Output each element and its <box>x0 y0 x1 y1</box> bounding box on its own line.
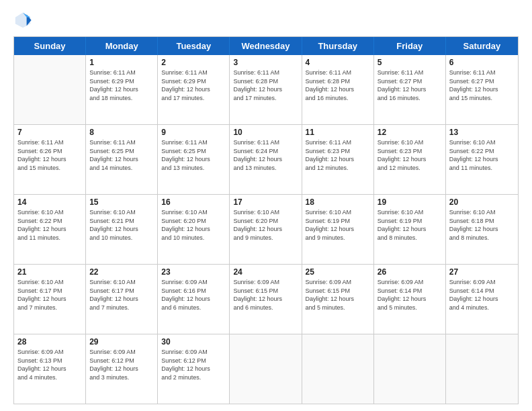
day-number: 20 <box>449 197 515 207</box>
day-cell: 12Sunrise: 6:10 AM Sunset: 6:23 PM Dayli… <box>374 125 446 194</box>
day-cell: 26Sunrise: 6:09 AM Sunset: 6:14 PM Dayli… <box>374 265 446 334</box>
day-info: Sunrise: 6:09 AM Sunset: 6:16 PM Dayligh… <box>161 278 226 312</box>
day-info: Sunrise: 6:09 AM Sunset: 6:12 PM Dayligh… <box>161 348 226 381</box>
day-number: 3 <box>233 58 298 67</box>
day-info: Sunrise: 6:11 AM Sunset: 6:27 PM Dayligh… <box>449 68 515 102</box>
day-number: 12 <box>378 128 442 137</box>
header-day-friday: Friday <box>374 37 446 55</box>
day-info: Sunrise: 6:09 AM Sunset: 6:15 PM Dayligh… <box>306 278 370 312</box>
day-cell: 14Sunrise: 6:10 AM Sunset: 6:22 PM Dayli… <box>14 195 86 264</box>
week-row-2: 7Sunrise: 6:11 AM Sunset: 6:26 PM Daylig… <box>14 124 518 194</box>
day-number: 21 <box>17 267 82 277</box>
day-info: Sunrise: 6:10 AM Sunset: 6:22 PM Dayligh… <box>17 208 82 242</box>
day-number: 25 <box>306 267 370 277</box>
day-number: 11 <box>306 128 370 137</box>
day-cell: 22Sunrise: 6:10 AM Sunset: 6:17 PM Dayli… <box>86 265 158 334</box>
day-info: Sunrise: 6:11 AM Sunset: 6:29 PM Dayligh… <box>161 68 226 102</box>
header-day-sunday: Sunday <box>14 37 86 55</box>
week-row-5: 28Sunrise: 6:09 AM Sunset: 6:13 PM Dayli… <box>14 334 518 404</box>
day-cell <box>446 334 518 404</box>
day-cell: 23Sunrise: 6:09 AM Sunset: 6:16 PM Dayli… <box>158 265 230 334</box>
day-info: Sunrise: 6:11 AM Sunset: 6:25 PM Dayligh… <box>161 138 226 172</box>
day-number: 18 <box>306 197 370 207</box>
day-number: 26 <box>378 267 442 277</box>
day-cell: 5Sunrise: 6:11 AM Sunset: 6:27 PM Daylig… <box>374 55 446 124</box>
calendar-header: SundayMondayTuesdayWednesdayThursdayFrid… <box>14 37 518 55</box>
day-number: 29 <box>89 337 154 347</box>
day-info: Sunrise: 6:10 AM Sunset: 6:17 PM Dayligh… <box>17 278 82 312</box>
day-cell: 8Sunrise: 6:11 AM Sunset: 6:25 PM Daylig… <box>86 125 158 194</box>
day-info: Sunrise: 6:09 AM Sunset: 6:12 PM Dayligh… <box>89 348 154 381</box>
day-cell: 18Sunrise: 6:10 AM Sunset: 6:19 PM Dayli… <box>302 195 374 264</box>
day-info: Sunrise: 6:11 AM Sunset: 6:28 PM Dayligh… <box>233 68 298 102</box>
header-day-tuesday: Tuesday <box>158 37 230 55</box>
page: SundayMondayTuesdayWednesdayThursdayFrid… <box>0 0 532 411</box>
day-number: 4 <box>306 58 370 67</box>
day-cell: 2Sunrise: 6:11 AM Sunset: 6:29 PM Daylig… <box>158 55 230 124</box>
day-cell: 6Sunrise: 6:11 AM Sunset: 6:27 PM Daylig… <box>446 55 518 124</box>
header-day-saturday: Saturday <box>446 37 518 55</box>
day-cell: 16Sunrise: 6:10 AM Sunset: 6:20 PM Dayli… <box>158 195 230 264</box>
day-cell: 24Sunrise: 6:09 AM Sunset: 6:15 PM Dayli… <box>230 265 302 334</box>
day-number: 15 <box>89 197 154 207</box>
day-number: 14 <box>17 197 82 207</box>
day-number: 27 <box>449 267 515 277</box>
week-row-4: 21Sunrise: 6:10 AM Sunset: 6:17 PM Dayli… <box>14 264 518 334</box>
day-cell <box>14 55 86 124</box>
day-cell: 11Sunrise: 6:11 AM Sunset: 6:23 PM Dayli… <box>302 125 374 194</box>
day-cell: 20Sunrise: 6:10 AM Sunset: 6:18 PM Dayli… <box>446 195 518 264</box>
day-cell: 4Sunrise: 6:11 AM Sunset: 6:28 PM Daylig… <box>302 55 374 124</box>
day-cell: 3Sunrise: 6:11 AM Sunset: 6:28 PM Daylig… <box>230 55 302 124</box>
day-info: Sunrise: 6:11 AM Sunset: 6:28 PM Dayligh… <box>306 68 370 102</box>
day-cell: 21Sunrise: 6:10 AM Sunset: 6:17 PM Dayli… <box>14 265 86 334</box>
day-info: Sunrise: 6:10 AM Sunset: 6:20 PM Dayligh… <box>233 208 298 242</box>
day-cell <box>230 334 302 404</box>
day-number: 2 <box>161 58 226 67</box>
day-cell: 13Sunrise: 6:10 AM Sunset: 6:22 PM Dayli… <box>446 125 518 194</box>
calendar: SundayMondayTuesdayWednesdayThursdayFrid… <box>13 36 519 404</box>
day-cell: 27Sunrise: 6:09 AM Sunset: 6:14 PM Dayli… <box>446 265 518 334</box>
day-cell <box>302 334 374 404</box>
header-day-monday: Monday <box>86 37 158 55</box>
day-number: 22 <box>89 267 154 277</box>
day-info: Sunrise: 6:10 AM Sunset: 6:23 PM Dayligh… <box>378 138 442 172</box>
day-cell: 25Sunrise: 6:09 AM Sunset: 6:15 PM Dayli… <box>302 265 374 334</box>
day-number: 19 <box>378 197 442 207</box>
header-day-wednesday: Wednesday <box>230 37 302 55</box>
day-cell: 19Sunrise: 6:10 AM Sunset: 6:19 PM Dayli… <box>374 195 446 264</box>
day-cell: 28Sunrise: 6:09 AM Sunset: 6:13 PM Dayli… <box>14 334 86 404</box>
day-info: Sunrise: 6:10 AM Sunset: 6:19 PM Dayligh… <box>378 208 442 242</box>
day-info: Sunrise: 6:11 AM Sunset: 6:23 PM Dayligh… <box>306 138 370 172</box>
day-info: Sunrise: 6:09 AM Sunset: 6:14 PM Dayligh… <box>378 278 442 312</box>
day-info: Sunrise: 6:11 AM Sunset: 6:27 PM Dayligh… <box>378 68 442 102</box>
day-cell: 15Sunrise: 6:10 AM Sunset: 6:21 PM Dayli… <box>86 195 158 264</box>
day-info: Sunrise: 6:11 AM Sunset: 6:26 PM Dayligh… <box>17 138 82 172</box>
day-number: 16 <box>161 197 226 207</box>
day-number: 8 <box>89 128 154 137</box>
day-info: Sunrise: 6:10 AM Sunset: 6:17 PM Dayligh… <box>89 278 154 312</box>
day-number: 17 <box>233 197 298 207</box>
calendar-body: 1Sunrise: 6:11 AM Sunset: 6:29 PM Daylig… <box>14 55 518 404</box>
day-cell: 9Sunrise: 6:11 AM Sunset: 6:25 PM Daylig… <box>158 125 230 194</box>
day-info: Sunrise: 6:11 AM Sunset: 6:25 PM Dayligh… <box>89 138 154 172</box>
day-cell: 30Sunrise: 6:09 AM Sunset: 6:12 PM Dayli… <box>158 334 230 404</box>
day-number: 1 <box>89 58 154 67</box>
week-row-3: 14Sunrise: 6:10 AM Sunset: 6:22 PM Dayli… <box>14 194 518 264</box>
logo-icon <box>13 11 32 30</box>
day-info: Sunrise: 6:10 AM Sunset: 6:21 PM Dayligh… <box>89 208 154 242</box>
day-cell: 10Sunrise: 6:11 AM Sunset: 6:24 PM Dayli… <box>230 125 302 194</box>
day-info: Sunrise: 6:09 AM Sunset: 6:15 PM Dayligh… <box>233 278 298 312</box>
day-number: 30 <box>161 337 226 347</box>
day-number: 24 <box>233 267 298 277</box>
day-cell <box>374 334 446 404</box>
header <box>13 11 519 30</box>
day-info: Sunrise: 6:11 AM Sunset: 6:24 PM Dayligh… <box>233 138 298 172</box>
day-cell: 17Sunrise: 6:10 AM Sunset: 6:20 PM Dayli… <box>230 195 302 264</box>
day-number: 7 <box>17 128 82 137</box>
day-info: Sunrise: 6:11 AM Sunset: 6:29 PM Dayligh… <box>89 68 154 102</box>
day-number: 28 <box>17 337 82 347</box>
day-info: Sunrise: 6:10 AM Sunset: 6:19 PM Dayligh… <box>306 208 370 242</box>
day-number: 13 <box>449 128 515 137</box>
header-day-thursday: Thursday <box>302 37 374 55</box>
logo <box>13 11 35 30</box>
